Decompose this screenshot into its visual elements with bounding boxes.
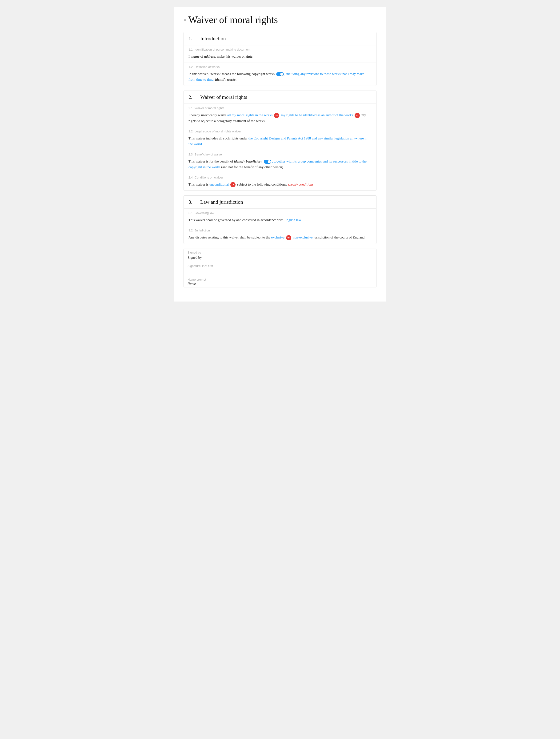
- italic-red-field: specify conditions: [288, 182, 313, 186]
- text-part: Any disputes relating to this waiver sha…: [188, 236, 271, 239]
- subsection-title: Identification of person making document: [194, 48, 250, 51]
- date-field: date: [246, 54, 253, 58]
- address-field: address: [204, 54, 215, 58]
- section-1: 1.Introduction1.1Identification of perso…: [183, 32, 377, 86]
- subsection-header: 1.2Definition of works: [184, 63, 376, 70]
- text-part: [284, 236, 285, 239]
- document-title: ≡ Waiver of moral rights: [183, 14, 377, 25]
- italic-field: identify works: [215, 78, 236, 82]
- subsection-title: Definition of works: [194, 65, 220, 69]
- text-part: .: [236, 78, 237, 82]
- section-title: Introduction: [200, 35, 226, 42]
- text-part: [229, 182, 230, 186]
- subsection-header: 1.1Identification of person making docum…: [184, 45, 376, 53]
- section-3: 3.Law and jurisdiction3.1Governing lawTh…: [183, 195, 377, 244]
- subsection-number: 2.2: [188, 130, 193, 133]
- section-2: 2.Waiver of moral rights2.1Waiver of mor…: [183, 91, 377, 191]
- signed-value: Name: [187, 282, 373, 286]
- subsection-header: 2.3Beneficiary of waiver: [184, 150, 376, 158]
- text-part: This waiver shall be governed by and con…: [188, 218, 284, 222]
- page-container: ≡ Waiver of moral rights 1.Introduction1…: [174, 7, 386, 302]
- subsection-body: This waiver includes all such rights und…: [184, 135, 376, 150]
- text-part: This waiver includes all such rights und…: [188, 136, 249, 140]
- subsection-body: This waiver shall be governed by and con…: [184, 216, 376, 226]
- subsection-2-3: 2.3Beneficiary of waiverThis waiver is f…: [184, 150, 376, 173]
- italic-field: identify beneficiary: [234, 159, 262, 163]
- sections-container: 1.Introduction1.1Identification of perso…: [183, 32, 377, 244]
- section-header: 3.Law and jurisdiction: [184, 196, 376, 208]
- signed-label: Signature line: first: [187, 264, 373, 268]
- subsection-title: Jurisdiction: [194, 229, 210, 232]
- subsection-number: 2.4: [188, 176, 193, 179]
- subsection-header: 2.1Waiver of moral rights: [184, 104, 376, 111]
- text-part: .: [313, 182, 314, 186]
- subsection-body: This waiver is unconditional or subject …: [184, 181, 376, 191]
- section-number: 2.: [188, 94, 195, 100]
- subsection-2-2: 2.2Legal scope of moral rights waiverThi…: [184, 127, 376, 150]
- or-badge: or: [230, 182, 236, 187]
- subsection-number: 2.1: [188, 106, 193, 110]
- section-title: Waiver of moral rights: [200, 94, 247, 100]
- signed-label: Name prompt: [187, 278, 373, 281]
- or-badge: or: [355, 113, 360, 118]
- section-header: 2.Waiver of moral rights: [184, 91, 376, 104]
- or-badge: or: [274, 113, 279, 118]
- text-part: .: [202, 142, 203, 146]
- subsection-body: In this waiver, "works" means the follow…: [184, 70, 376, 86]
- name-field: name: [191, 54, 199, 58]
- subsection-2-1: 2.1Waiver of moral rightsI hereby irrevo…: [184, 104, 376, 127]
- subsection-body: I hereby irrevocably waive all my moral …: [184, 111, 376, 127]
- signed-row: Signed bySigned by,: [184, 249, 376, 262]
- highlight-text: my rights to be identified as an author …: [280, 113, 354, 117]
- subsection-3-2: 3.2JurisdictionAny disputes relating to …: [184, 226, 376, 244]
- toggle-switch[interactable]: [276, 72, 284, 76]
- highlight-text: all my moral rights in the works: [227, 113, 272, 117]
- subsection-header: 2.4Conditions on waiver: [184, 173, 376, 181]
- highlight-text: non-exclusive: [293, 236, 312, 239]
- section-title: Law and jurisdiction: [200, 199, 243, 205]
- signed-row: Name promptName: [184, 276, 376, 287]
- highlight-text: English law: [284, 218, 301, 222]
- title-text: Waiver of moral rights: [188, 14, 278, 25]
- signed-value: Signed by,: [187, 255, 373, 261]
- subsection-header: 2.2Legal scope of moral rights waiver: [184, 127, 376, 135]
- subsection-number: 1.1: [188, 48, 193, 51]
- subsection-title: Beneficiary of waiver: [194, 153, 223, 156]
- subsection-number: 1.2: [188, 65, 193, 69]
- subsection-title: Legal scope of moral rights waiver: [194, 130, 241, 133]
- subsection-number: 3.1: [188, 211, 193, 215]
- subsection-body: This waiver is for the benefit of identi…: [184, 158, 376, 173]
- toggle-switch[interactable]: [264, 160, 271, 164]
- text-part: subject to the following conditions:: [236, 182, 288, 186]
- section-header: 1.Introduction: [184, 32, 376, 45]
- signed-row: Signature line: first...................…: [184, 262, 376, 276]
- subsection-title: Conditions on waiver: [194, 176, 223, 179]
- subsection-header: 3.2Jurisdiction: [184, 226, 376, 234]
- highlight-text: exclusive: [271, 236, 284, 239]
- text-part: jurisdiction of the courts of England.: [312, 236, 366, 239]
- subsection-1-2: 1.2Definition of worksIn this waiver, "w…: [184, 62, 376, 86]
- text-part: [262, 159, 263, 163]
- text-part: .: [301, 218, 302, 222]
- subsection-body: Any disputes relating to this waiver sha…: [184, 234, 376, 244]
- subsection-3-1: 3.1Governing lawThis waiver shall be gov…: [184, 208, 376, 226]
- text-part: This waiver is: [188, 182, 209, 186]
- subsection-number: 2.3: [188, 153, 193, 156]
- signed-label: Signed by: [187, 251, 373, 254]
- text-part: This waiver is for the benefit of: [188, 159, 234, 163]
- subsection-number: 3.2: [188, 229, 193, 232]
- highlight-text: unconditional: [209, 182, 229, 186]
- text-part: I hereby irrevocably waive: [188, 113, 227, 117]
- or-badge: or: [286, 235, 291, 240]
- text-part: [272, 113, 273, 117]
- subsection-1-1: 1.1Identification of person making docum…: [184, 45, 376, 62]
- subsection-title: Governing law: [194, 211, 214, 215]
- signed-value: ......................................: [187, 268, 373, 274]
- subsection-header: 3.1Governing law: [184, 209, 376, 216]
- subsection-body: I, name of address, make this waiver on …: [184, 53, 376, 62]
- text-part: In this waiver, "works" means the follow…: [188, 72, 276, 76]
- section-number: 3.: [188, 199, 195, 205]
- text-part: (and not for the benefit of any other pe…: [220, 165, 284, 169]
- section-number: 1.: [188, 35, 195, 42]
- subsection-2-4: 2.4Conditions on waiverThis waiver is un…: [184, 173, 376, 191]
